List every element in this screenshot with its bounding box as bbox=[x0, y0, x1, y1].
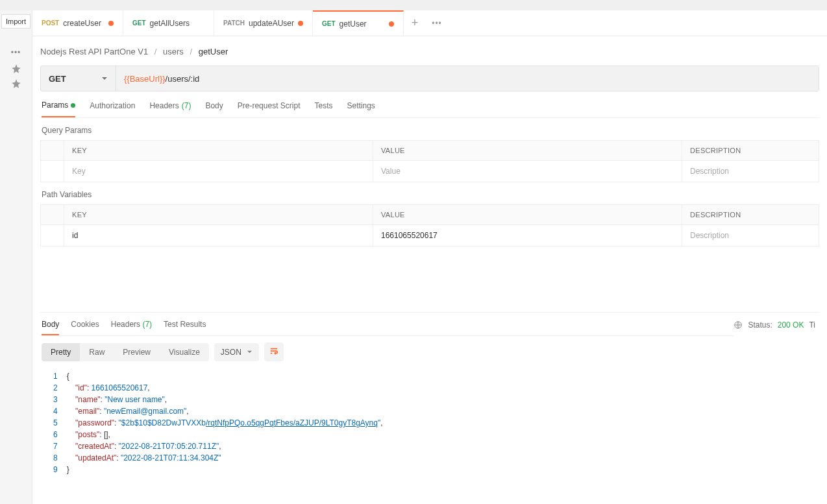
col-value: VALUE bbox=[373, 141, 682, 160]
request-tab-createUser[interactable]: POSTcreateUser bbox=[32, 10, 123, 36]
desc-input[interactable]: Description bbox=[682, 225, 819, 246]
sidebar-more-icon[interactable]: ••• bbox=[11, 48, 21, 57]
table-row[interactable]: id 1661065520617 Description bbox=[41, 225, 819, 246]
method-select[interactable]: GET bbox=[41, 66, 116, 91]
import-button[interactable]: Import bbox=[1, 14, 31, 29]
tab-prerequest[interactable]: Pre-request Script bbox=[238, 101, 301, 117]
request-tab-getUser[interactable]: GETgetUser bbox=[313, 10, 404, 36]
breadcrumb: Nodejs Rest API PartOne V1 / users / get… bbox=[40, 43, 819, 66]
tab-label: getUser bbox=[339, 19, 367, 29]
key-input[interactable]: Key bbox=[64, 161, 373, 182]
request-subtabs: Params Authorization Headers (7) Body Pr… bbox=[40, 91, 819, 118]
tab-authorization[interactable]: Authorization bbox=[90, 101, 135, 117]
tab-label: getAllUsers bbox=[150, 19, 190, 28]
request-tab-updateAUser[interactable]: PATCHupdateAUser bbox=[214, 10, 313, 36]
path-vars-table: KEY VALUE DESCRIPTION id 1661065520617 D… bbox=[40, 204, 819, 246]
unsaved-dot-icon bbox=[108, 21, 114, 26]
query-params-table: KEY VALUE DESCRIPTION Key Value Descript… bbox=[40, 140, 819, 182]
breadcrumb-part[interactable]: getUser bbox=[199, 47, 228, 56]
format-select[interactable]: JSON bbox=[214, 343, 259, 361]
star-icon[interactable] bbox=[11, 64, 21, 76]
active-dot-icon bbox=[71, 103, 75, 108]
globe-icon bbox=[734, 320, 743, 330]
tab-params[interactable]: Params bbox=[42, 101, 75, 117]
view-pretty[interactable]: Pretty bbox=[42, 343, 80, 361]
breadcrumb-part[interactable]: users bbox=[163, 47, 184, 56]
url-input[interactable]: {{BaseUrl}}/users/:id bbox=[116, 66, 819, 91]
view-preview[interactable]: Preview bbox=[114, 343, 160, 361]
star-icon[interactable] bbox=[11, 78, 21, 91]
url-bar: GET {{BaseUrl}}/users/:id bbox=[40, 66, 819, 91]
unsaved-dot-icon bbox=[389, 21, 394, 27]
breadcrumb-part[interactable]: Nodejs Rest API PartOne V1 bbox=[40, 47, 148, 56]
wrap-lines-button[interactable] bbox=[264, 342, 284, 361]
resp-tab-testresults[interactable]: Test Results bbox=[164, 320, 206, 335]
tab-body[interactable]: Body bbox=[205, 101, 223, 117]
tab-settings[interactable]: Settings bbox=[347, 101, 375, 117]
value-input[interactable]: Value bbox=[373, 161, 682, 182]
method-badge: GET bbox=[132, 19, 146, 27]
tab-headers[interactable]: Headers (7) bbox=[149, 101, 191, 117]
view-mode-group: Pretty Raw Preview Visualize bbox=[42, 343, 209, 361]
chevron-down-icon bbox=[247, 349, 253, 355]
view-visualize[interactable]: Visualize bbox=[160, 343, 209, 361]
resp-tab-body[interactable]: Body bbox=[42, 320, 59, 335]
col-desc: DESCRIPTION bbox=[682, 141, 819, 160]
chevron-down-icon bbox=[101, 75, 108, 82]
wrap-icon bbox=[269, 346, 278, 355]
desc-input[interactable]: Description bbox=[682, 161, 819, 182]
tab-label: updateAUser bbox=[249, 19, 294, 28]
tab-tests[interactable]: Tests bbox=[314, 101, 332, 117]
tabs-more-icon[interactable]: ••• bbox=[426, 19, 448, 28]
tab-label: createUser bbox=[63, 19, 101, 28]
method-badge: GET bbox=[322, 20, 336, 27]
table-row[interactable]: Key Value Description bbox=[41, 161, 819, 182]
request-tabs: POSTcreateUserGETgetAllUsersPATCHupdateA… bbox=[32, 10, 827, 36]
resp-tab-cookies[interactable]: Cookies bbox=[71, 320, 99, 335]
response-tabs: Body Cookies Headers (7) Test Results bbox=[40, 320, 734, 336]
resp-tab-headers[interactable]: Headers (7) bbox=[111, 320, 152, 335]
json-code: { "id": 1661065520617, "name": "New user… bbox=[67, 370, 383, 501]
response-body[interactable]: 1 2 3 4 5 6 7 8 9 { "id": 1661065520617,… bbox=[40, 368, 819, 504]
method-badge: POST bbox=[42, 19, 59, 27]
key-input[interactable]: id bbox=[64, 225, 373, 246]
add-tab-button[interactable]: + bbox=[404, 16, 426, 30]
unsaved-dot-icon bbox=[298, 21, 303, 26]
left-sidebar: Import ••• bbox=[0, 10, 32, 504]
value-input[interactable]: 1661065520617 bbox=[373, 225, 682, 246]
view-raw[interactable]: Raw bbox=[80, 343, 114, 361]
col-desc: DESCRIPTION bbox=[682, 205, 819, 224]
query-params-title: Query Params bbox=[40, 118, 819, 140]
col-key: KEY bbox=[64, 141, 373, 160]
request-tab-getAllUsers[interactable]: GETgetAllUsers bbox=[123, 10, 214, 36]
col-key: KEY bbox=[64, 205, 373, 224]
path-vars-title: Path Variables bbox=[40, 182, 819, 204]
col-value: VALUE bbox=[373, 205, 682, 224]
line-gutter: 1 2 3 4 5 6 7 8 9 bbox=[40, 370, 67, 501]
response-status: Status: 200 OK Ti bbox=[734, 319, 819, 336]
method-badge: PATCH bbox=[223, 19, 245, 27]
